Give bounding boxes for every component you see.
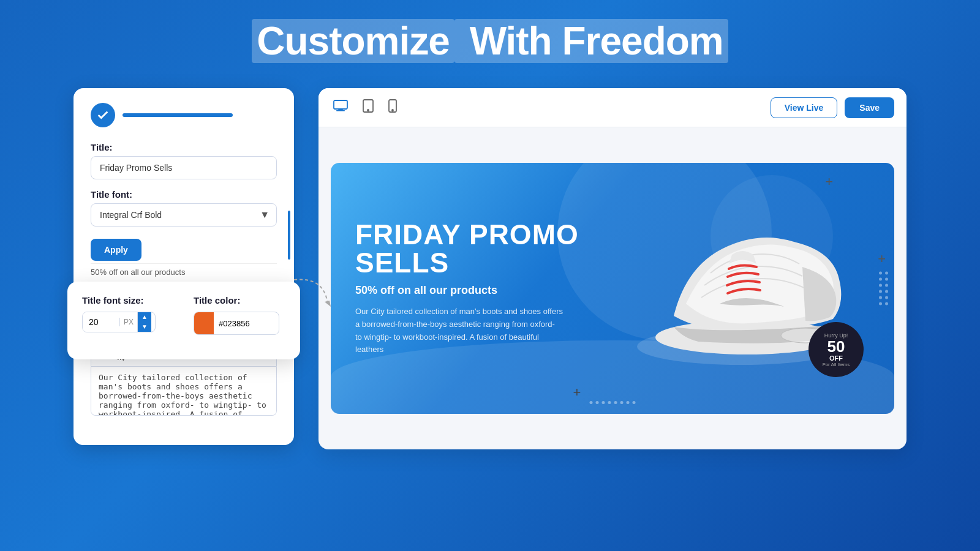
title-font-group: Title font: Integral Crf Bold ▼	[91, 189, 277, 227]
apply-button[interactable]: Apply	[91, 239, 141, 261]
svg-rect-3	[336, 110, 345, 111]
discount-badge: Hurry Up! 50 OFF For All Items	[809, 322, 864, 377]
banner-title: FRIDAY PROMO SELLS	[355, 220, 616, 277]
scrollbar-indicator	[288, 211, 290, 260]
font-size-input[interactable]	[83, 312, 119, 332]
svg-point-7	[392, 110, 393, 111]
panel-title-bar	[123, 113, 233, 117]
check-icon	[91, 103, 115, 127]
title-field-group: Title:	[91, 142, 277, 179]
body-text-input[interactable]: Our City tailored collection of man's bo…	[91, 367, 277, 416]
color-input-wrapper	[194, 312, 279, 335]
tablet-device-button[interactable]	[360, 97, 376, 118]
color-hex-input[interactable]	[214, 315, 269, 332]
editor-panel: Title: Title font: Integral Crf Bold ▼ A…	[74, 88, 294, 445]
font-size-color-row: Title font size: PX ▲ ▼ Title color:	[82, 295, 285, 335]
title-font-label: Title font:	[91, 189, 277, 200]
curved-arrow-indicator	[288, 274, 337, 310]
svg-rect-2	[338, 109, 343, 110]
svg-marker-0	[325, 301, 331, 307]
preview-actions-group: View Live Save	[771, 97, 894, 118]
font-select[interactable]: Integral Crf Bold	[91, 203, 277, 227]
banner-content: FRIDAY PROMO SELLS 50% off on all our pr…	[331, 196, 641, 381]
color-swatch[interactable]	[194, 312, 214, 334]
title-word2: With Freedom	[454, 19, 728, 63]
unit-px-label: PX	[119, 318, 137, 326]
badge-items-text: For All Items	[823, 362, 850, 367]
font-size-stepper-up[interactable]: ▲	[138, 312, 151, 322]
title-label: Title:	[91, 142, 277, 152]
svg-point-5	[368, 110, 369, 111]
font-size-stepper: ▲ ▼	[137, 312, 151, 332]
title-word1: Customize	[252, 19, 454, 63]
floating-settings-card: Title font size: PX ▲ ▼ Title color:	[67, 282, 300, 359]
badge-off-text: OFF	[829, 354, 843, 362]
preview-header: View Live Save	[318, 88, 907, 127]
panel-header	[91, 103, 277, 127]
font-size-stepper-down[interactable]: ▼	[138, 322, 151, 332]
page-title: Customize With Freedom	[252, 18, 728, 64]
font-select-wrapper: Integral Crf Bold ▼	[91, 203, 277, 227]
plus-icon-top: +	[825, 174, 833, 190]
banner-subtitle: 50% off on all our products	[355, 284, 616, 297]
banner-dots-right	[879, 272, 888, 305]
title-input[interactable]	[91, 156, 277, 179]
device-icons-group	[331, 97, 399, 118]
view-live-button[interactable]: View Live	[771, 97, 838, 118]
font-size-col: Title font size: PX ▲ ▼	[82, 295, 174, 335]
subtitle-preview-text: 50% off on all our products	[91, 263, 277, 280]
plus-icon-bottom: +	[573, 384, 581, 400]
promo-banner: + + +	[331, 163, 894, 414]
color-col: Title color:	[194, 295, 285, 335]
plus-icon-right: +	[878, 251, 886, 267]
badge-percent-text: 50	[827, 339, 845, 354]
preview-area: + + +	[318, 127, 907, 449]
font-size-input-wrapper: PX ▲ ▼	[82, 312, 156, 332]
preview-panel: View Live Save + + +	[318, 88, 907, 449]
banner-text: Our City tailored collection of man's bo…	[355, 305, 564, 356]
color-col-label: Title color:	[194, 295, 285, 305]
save-button[interactable]: Save	[845, 97, 894, 118]
mobile-device-button[interactable]	[386, 97, 399, 118]
font-size-col-label: Title font size:	[82, 295, 174, 305]
desktop-device-button[interactable]	[331, 97, 350, 118]
svg-rect-1	[334, 100, 347, 109]
